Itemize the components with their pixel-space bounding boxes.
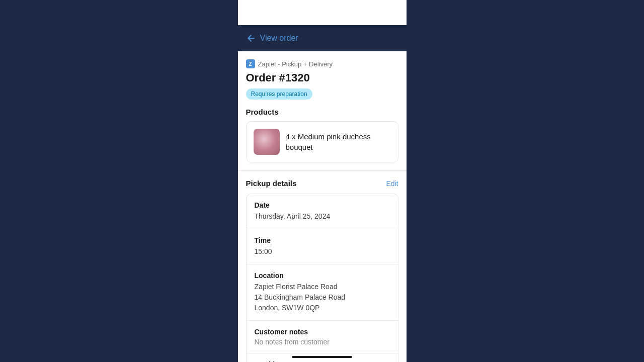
back-button[interactable]: View order — [246, 33, 298, 43]
location-line3: London, SW1W 0QP — [255, 303, 390, 313]
product-image — [254, 129, 280, 155]
provider-icon: Z — [246, 59, 255, 68]
top-status-bar — [238, 0, 407, 25]
customer-notes-value: No notes from customer — [255, 338, 390, 346]
order-status-badge: Requires preparation — [246, 88, 312, 100]
time-label: Time — [255, 236, 390, 244]
products-section-title: Products — [246, 108, 398, 116]
location-label: Location — [255, 272, 390, 280]
date-value: Thursday, April 25, 2024 — [255, 211, 390, 222]
product-name: 4 x Medium pink duchess bouquet — [286, 131, 391, 152]
edit-link[interactable]: Edit — [386, 179, 398, 188]
customer-notes-label: Customer notes — [255, 328, 390, 336]
bottom-home-indicator — [292, 356, 352, 358]
date-row: Date Thursday, April 25, 2024 — [247, 194, 398, 229]
location-row: Location Zapiet Florist Palace Road 14 B… — [247, 264, 398, 321]
location-line1: Zapiet Florist Palace Road — [255, 282, 390, 292]
pickup-details-card: Date Thursday, April 25, 2024 Time 15:00… — [246, 194, 398, 362]
main-content: Z Zapiet - Pickup + Delivery Order #1320… — [238, 51, 407, 362]
customer-notes-row: Customer notes No notes from customer — [247, 321, 398, 353]
pickup-section-title: Pickup details — [246, 179, 297, 188]
provider-name: Zapiet - Pickup + Delivery — [258, 60, 333, 68]
section-divider — [238, 170, 407, 171]
product-card: 4 x Medium pink duchess bouquet — [246, 121, 398, 162]
product-image-inner — [254, 129, 280, 155]
pickup-header: Pickup details Edit — [246, 179, 398, 188]
navigation-bar: View order — [238, 25, 407, 51]
provider-row: Z Zapiet - Pickup + Delivery — [246, 59, 398, 68]
order-number: Order #1320 — [246, 71, 398, 84]
location-line2: 14 Buckingham Palace Road — [255, 292, 390, 303]
phone-frame: View order Z Zapiet - Pickup + Delivery … — [238, 0, 407, 362]
time-value: 15:00 — [255, 246, 390, 257]
date-label: Date — [255, 201, 390, 209]
time-row: Time 15:00 — [247, 229, 398, 264]
back-arrow-icon — [246, 33, 256, 43]
back-button-label: View order — [260, 34, 298, 43]
